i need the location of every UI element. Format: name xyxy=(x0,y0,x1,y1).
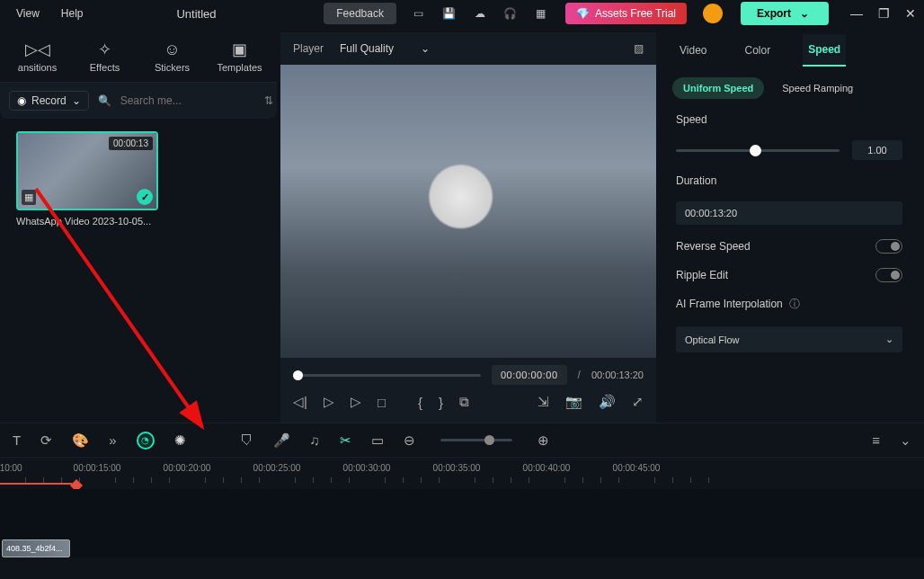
app-logo-icon xyxy=(703,4,723,23)
grid-icon[interactable]: ▦ xyxy=(530,3,552,24)
record-label: Record xyxy=(31,94,67,107)
timecode-separator: / xyxy=(578,369,581,381)
tab-effects[interactable]: ✧Effects xyxy=(71,31,138,82)
scrub-handle[interactable] xyxy=(293,370,303,380)
feedback-button[interactable]: Feedback xyxy=(324,3,396,24)
minimize-icon[interactable]: — xyxy=(850,6,863,21)
speed-label: Speed xyxy=(676,113,902,126)
tab-color[interactable]: Color xyxy=(739,35,776,66)
record-dot-icon: ◉ xyxy=(17,94,26,107)
scrub-bar[interactable] xyxy=(293,374,481,377)
tab-speed[interactable]: Speed xyxy=(803,34,846,67)
filter-icon[interactable]: ⇅ xyxy=(264,94,273,107)
volume-icon[interactable]: 🔊 xyxy=(599,394,616,410)
cloud-icon[interactable]: ☁ xyxy=(469,3,491,24)
headphones-icon[interactable]: 🎧 xyxy=(500,3,521,24)
diamond-icon: 💎 xyxy=(576,7,590,20)
ruler-minor-tick xyxy=(151,477,152,483)
timecode-current[interactable]: 00:00:00:00 xyxy=(492,365,567,385)
speed-value[interactable]: 1.00 xyxy=(852,140,902,160)
ruler-minor-tick xyxy=(600,477,601,483)
record-dropdown[interactable]: ◉ Record ⌄ xyxy=(9,91,89,111)
prev-frame-icon[interactable]: ◁| xyxy=(293,394,307,410)
mark-out-icon[interactable]: } xyxy=(439,395,443,410)
ripple-label: Ripple Edit xyxy=(676,269,728,281)
export-button[interactable]: Export ⌄ xyxy=(741,2,829,25)
player-title: Player xyxy=(293,42,324,55)
subtab-uniform[interactable]: Uniform Speed xyxy=(672,77,764,99)
zoom-slider[interactable] xyxy=(440,439,512,441)
track-dropdown-icon[interactable]: ⌄ xyxy=(900,432,911,449)
timeline-ruler[interactable]: 0:10:0000:00:15:0000:00:20:0000:00:25:00… xyxy=(0,457,924,489)
ruler-minor-tick xyxy=(421,477,422,483)
menu-view[interactable]: View xyxy=(7,4,49,23)
chevron-down-icon: ⌄ xyxy=(421,42,430,55)
duration-input[interactable]: 00:00:13:20 xyxy=(676,201,902,225)
pip-icon[interactable]: ⇲ xyxy=(538,394,549,410)
highlight-tool-icon[interactable]: ✺ xyxy=(174,432,186,449)
ruler-tick: 00:00:20:00 xyxy=(164,463,211,473)
ripple-toggle[interactable] xyxy=(875,268,902,282)
ai-interp-label: AI Frame Interpolation ⓘ xyxy=(676,297,902,312)
help-icon[interactable]: ⓘ xyxy=(789,298,800,310)
maximize-icon[interactable]: ❐ xyxy=(877,6,890,21)
camera-icon[interactable]: 📷 xyxy=(565,394,582,410)
assets-trial-button[interactable]: 💎 Assets Free Trial xyxy=(565,3,687,24)
audio-tool-icon[interactable]: ♫ xyxy=(310,432,320,448)
timeline-toolbar: T ⟳ 🎨 » ◔ ✺ ⛉ 🎤 ♫ ✂ ▭ ⊖ ⊕ ≡ ⌄ xyxy=(0,423,924,457)
menu-help[interactable]: Help xyxy=(52,4,93,23)
timeline-clip[interactable]: 408.35_4b2f4... xyxy=(2,539,70,557)
ruler-minor-tick xyxy=(618,477,619,483)
ai-tool-icon[interactable]: ◔ xyxy=(137,432,155,450)
tab-video[interactable]: Video xyxy=(674,35,712,66)
ruler-minor-tick xyxy=(295,477,296,483)
save-icon[interactable]: 💾 xyxy=(439,3,460,24)
ruler-minor-tick xyxy=(223,477,224,483)
color-tool-icon[interactable]: 🎨 xyxy=(72,432,89,449)
ai-interp-select[interactable]: Optical Flow ⌄ xyxy=(676,326,902,352)
play-forward-icon[interactable]: ▷ xyxy=(351,394,361,410)
snapshot-icon[interactable]: ▨ xyxy=(634,42,644,55)
ruler-minor-tick xyxy=(493,477,493,483)
quality-dropdown[interactable]: Full Quality ⌄ xyxy=(340,42,430,55)
video-viewport[interactable] xyxy=(280,65,656,358)
media-thumbnail[interactable]: 00:00:13 ▦ ✓ xyxy=(16,131,158,210)
templates-icon: ▣ xyxy=(232,40,247,59)
search-bar: ◉ Record ⌄ 🔍 ⇅ ⋯ xyxy=(0,83,277,119)
reverse-toggle[interactable] xyxy=(875,239,902,254)
stop-icon[interactable]: □ xyxy=(378,395,386,410)
mic-icon[interactable]: 🎤 xyxy=(273,432,290,449)
ruler-minor-tick xyxy=(385,477,386,483)
stickers-icon: ☺ xyxy=(164,40,180,59)
speed-tool-icon[interactable]: ⟳ xyxy=(40,432,52,449)
ruler-minor-tick xyxy=(529,477,529,483)
tab-stickers[interactable]: ☺Stickers xyxy=(138,31,206,82)
crop-icon[interactable]: ⧉ xyxy=(459,394,469,410)
more-tools-icon[interactable]: » xyxy=(109,432,116,448)
scrub-row: 00:00:00:00 / 00:00:13:20 xyxy=(293,365,644,385)
tab-transitions[interactable]: ▷◁ansitions xyxy=(4,31,71,82)
mark-in-icon[interactable]: { xyxy=(418,395,422,410)
close-icon[interactable]: ✕ xyxy=(904,6,917,21)
track-options-icon[interactable]: ≡ xyxy=(872,432,880,448)
monitor-icon[interactable]: ▭ xyxy=(408,3,430,24)
subtab-ramping[interactable]: Speed Ramping xyxy=(771,77,864,99)
search-input[interactable] xyxy=(120,94,255,107)
timeline-tracks[interactable]: 408.35_4b2f4... xyxy=(0,489,924,557)
cut-tool-icon[interactable]: ✂ xyxy=(340,432,351,449)
aspect-icon[interactable]: ▭ xyxy=(371,432,384,449)
ruler-minor-tick xyxy=(115,477,116,483)
zoom-slider-thumb[interactable] xyxy=(484,435,494,445)
marker-icon[interactable]: ⛉ xyxy=(240,432,253,448)
ruler-played-region xyxy=(0,483,72,485)
speed-panel: Speed 1.00 Duration 00:00:13:20 Reverse … xyxy=(660,108,919,358)
speed-slider[interactable] xyxy=(676,149,840,152)
tab-label: Templates xyxy=(217,62,262,73)
text-tool-icon[interactable]: T xyxy=(13,432,21,448)
play-icon[interactable]: ▷ xyxy=(324,394,334,410)
zoom-in-icon[interactable]: ⊕ xyxy=(538,432,549,449)
tab-templates[interactable]: ▣Templates xyxy=(206,31,273,82)
speed-slider-thumb[interactable] xyxy=(750,145,761,156)
zoom-out-icon[interactable]: ⊖ xyxy=(404,432,415,449)
fullscreen-icon[interactable]: ⤢ xyxy=(632,394,644,410)
